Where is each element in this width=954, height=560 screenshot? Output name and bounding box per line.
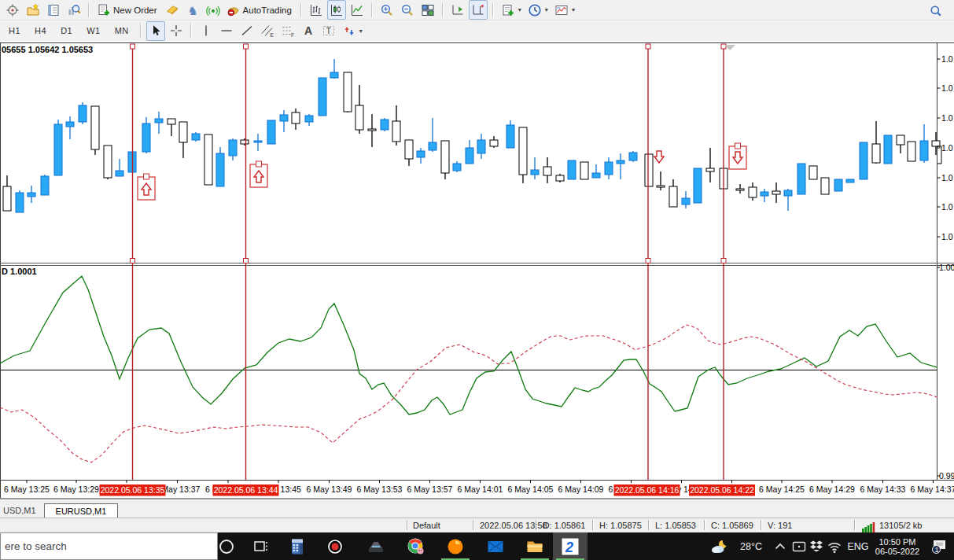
signals-button[interactable] bbox=[204, 0, 223, 20]
svg-text:6 May 13:49: 6 May 13:49 bbox=[307, 484, 352, 494]
status-field: V: 191 bbox=[768, 521, 792, 530]
terminal-notebook-icon bbox=[46, 3, 61, 17]
chart-tab-eurusd-m1[interactable]: EURUSD,M1 bbox=[44, 503, 119, 518]
language-indicator[interactable]: ENG bbox=[845, 532, 871, 560]
taskbar-app-file-explorer[interactable] bbox=[518, 532, 552, 560]
market-overview-button[interactable] bbox=[3, 0, 22, 20]
status-field: 2022.05.06 13:58 bbox=[480, 521, 547, 530]
expert-advisors-button[interactable]: ♞ bbox=[183, 0, 202, 20]
new-order-button[interactable]: New Order bbox=[94, 0, 161, 20]
cursor-tool-button[interactable] bbox=[146, 21, 165, 41]
crosshair-tool-button[interactable] bbox=[167, 21, 186, 41]
screen-snip-icon[interactable] bbox=[790, 532, 808, 560]
status-field: O: 1.05861 bbox=[543, 521, 585, 530]
status-separator bbox=[761, 520, 762, 530]
profiles-folder-icon bbox=[26, 3, 40, 17]
taskbar-app-trading-app[interactable]: 2 bbox=[553, 532, 588, 560]
metaeditor-button[interactable] bbox=[163, 0, 182, 20]
taskbar-app-scanner-app[interactable] bbox=[359, 532, 393, 560]
zoom-in-button[interactable] bbox=[378, 0, 396, 20]
taskbar-search[interactable]: ere to search bbox=[0, 532, 218, 560]
zoom-out-button[interactable] bbox=[398, 0, 417, 20]
strategy-tester-button[interactable] bbox=[64, 0, 83, 20]
trading-app-icon: 2 bbox=[561, 537, 580, 556]
notification-icon[interactable]: 1 bbox=[928, 532, 952, 560]
wifi-icon[interactable] bbox=[825, 532, 844, 560]
tile-windows-button[interactable] bbox=[418, 0, 437, 20]
timeframe-h1-button[interactable]: H1 bbox=[2, 20, 27, 42]
svg-text:1: 1 bbox=[935, 545, 939, 553]
dropbox-icon[interactable] bbox=[808, 532, 825, 560]
timeframe-w1-button[interactable]: W1 bbox=[80, 20, 107, 42]
status-separator bbox=[592, 520, 594, 530]
signal-time-badge: 2022.05.06 14:16 bbox=[614, 484, 680, 496]
svg-text:♞: ♞ bbox=[187, 3, 197, 17]
svg-text:T: T bbox=[326, 27, 331, 35]
vertical-line-tool-button[interactable] bbox=[197, 21, 215, 41]
main-toolbar-buttons: New Order♞AutoTrading*▾▾▾ bbox=[2, 0, 578, 20]
signal-time-badge: 2022.05.06 14:22 bbox=[689, 484, 755, 496]
dropdown-caret-icon[interactable]: ▾ bbox=[518, 6, 521, 13]
svg-text:2022.05.06 14:22: 2022.05.06 14:22 bbox=[690, 485, 754, 495]
candle-chart-icon bbox=[330, 3, 344, 17]
metaeditor-icon bbox=[165, 3, 179, 17]
terminal-button[interactable] bbox=[44, 0, 63, 20]
weather-temp[interactable]: 28°C bbox=[735, 532, 768, 560]
taskbar-app-calculator[interactable] bbox=[280, 532, 315, 560]
profiles-button[interactable] bbox=[24, 0, 42, 20]
buy-arrow-marker[interactable] bbox=[138, 174, 155, 200]
taskbar-app-mail[interactable] bbox=[478, 532, 513, 560]
search-icon[interactable] bbox=[929, 4, 943, 21]
status-separator bbox=[648, 520, 650, 530]
text-tool-button[interactable]: A bbox=[299, 21, 318, 41]
chart-bars-button[interactable] bbox=[307, 0, 326, 20]
taskbar-app-task-view[interactable] bbox=[244, 532, 278, 560]
chevron-up-icon[interactable] bbox=[772, 532, 789, 560]
dropdown-caret-icon[interactable]: ▾ bbox=[359, 28, 363, 35]
tester-search-icon bbox=[67, 3, 81, 17]
weather-icon[interactable] bbox=[706, 532, 733, 560]
taskbar: ere to search 2 28°C ENG 10:50 PM 06-05-… bbox=[0, 532, 954, 560]
toolbar-separator bbox=[492, 3, 494, 17]
equidistant-channel-tool-button[interactable]: E bbox=[258, 21, 277, 41]
indicators-list-button[interactable]: ▾ bbox=[499, 0, 524, 20]
chart-shift-button[interactable] bbox=[448, 0, 467, 20]
dropdown-caret-icon[interactable]: ▾ bbox=[545, 6, 548, 13]
dropdown-caret-icon[interactable]: ▾ bbox=[572, 6, 575, 13]
autotrading-button[interactable]: AutoTrading bbox=[224, 0, 296, 20]
status-field: H: 1.05875 bbox=[599, 521, 642, 530]
svg-text:6 May 13:57: 6 May 13:57 bbox=[407, 484, 453, 494]
timeframe-d1-button[interactable]: D1 bbox=[54, 20, 79, 42]
sell-arrow-marker[interactable] bbox=[729, 143, 746, 169]
calculator-icon bbox=[288, 537, 307, 556]
timeframe-h4-button[interactable]: H4 bbox=[28, 20, 53, 42]
chart-tab-usd-m1[interactable]: USD,M1 bbox=[0, 503, 44, 518]
timeframe-mn-button[interactable]: MN bbox=[109, 20, 135, 42]
taskbar-app-cortana[interactable] bbox=[209, 532, 244, 560]
cortana-icon bbox=[217, 537, 236, 556]
fibonacci-tool-button[interactable]: F bbox=[278, 21, 297, 41]
horizontal-line-tool-button[interactable] bbox=[217, 21, 236, 41]
buy-arrow-marker[interactable] bbox=[250, 161, 267, 187]
periods-button[interactable]: ▾ bbox=[525, 0, 551, 20]
zoom-out-icon bbox=[400, 3, 414, 17]
taskbar-app-chrome[interactable] bbox=[399, 532, 433, 560]
clock[interactable]: 10:50 PM 06-05-2022 bbox=[871, 532, 923, 560]
templates-button[interactable]: ▾ bbox=[552, 0, 577, 20]
toolbar-separator bbox=[140, 24, 142, 38]
trendline-tool-button[interactable] bbox=[238, 21, 256, 41]
svg-text:2: 2 bbox=[565, 539, 573, 554]
chart-window[interactable]: 1.01.01.01.01.01.01.01.000.996 May 13:25… bbox=[0, 41, 954, 499]
svg-text:*: * bbox=[481, 3, 484, 11]
taskbar-app-firefox[interactable] bbox=[438, 532, 473, 560]
chart-line-button[interactable] bbox=[348, 0, 366, 20]
svg-text:6 May 13:29: 6 May 13:29 bbox=[53, 484, 99, 494]
text-label-tool-button[interactable]: T bbox=[319, 21, 338, 41]
status-bar: 13105/2 kb Default2022.05.06 13:58O: 1.0… bbox=[0, 518, 954, 532]
taskbar-app-screen-recorder[interactable] bbox=[318, 532, 352, 560]
svg-text:1.0: 1.0 bbox=[941, 202, 953, 212]
main-toolbar: New Order♞AutoTrading*▾▾▾ bbox=[0, 0, 954, 20]
auto-scroll-button[interactable]: * bbox=[469, 0, 488, 20]
arrow-objects-button[interactable]: ▾ bbox=[340, 21, 365, 41]
chart-candles-button[interactable] bbox=[327, 0, 346, 20]
